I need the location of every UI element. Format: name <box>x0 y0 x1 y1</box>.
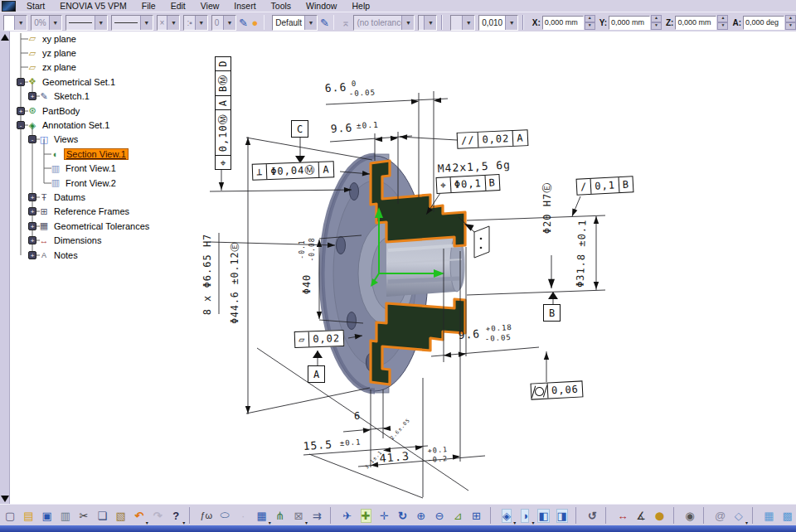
tree-item[interactable]: ▥ Front View.2 <box>0 176 199 190</box>
tree-expander[interactable] <box>40 179 48 187</box>
tree-item-label[interactable]: Sketch.1 <box>52 91 91 101</box>
toolbar-icon[interactable]: ⬭ <box>216 507 233 524</box>
coordinate-input[interactable]: 0,000 mm <box>609 16 650 30</box>
toolbar-icon[interactable]: ↷ <box>149 507 166 524</box>
tree-item[interactable]: ◐ Section View.1 <box>0 147 199 161</box>
chevron-down-icon[interactable]: ▼ <box>505 16 517 30</box>
tree-item-label[interactable]: Section View.1 <box>64 148 129 160</box>
toolbar-icon[interactable]: ◉ <box>682 507 698 524</box>
tree-item[interactable]: ▥ Front View.1 <box>0 162 199 176</box>
painter-icon[interactable]: ✎ <box>239 15 248 30</box>
tree-item-label[interactable]: Geometrical Tolerances <box>52 221 151 231</box>
toolbar-icon[interactable]: ⊠ ▾ <box>290 507 307 524</box>
tree-expander[interactable]: + <box>28 222 36 230</box>
toolbar-icon[interactable]: ⊞ <box>468 507 484 524</box>
toolbar-icon[interactable]: ↻ <box>394 507 410 524</box>
tree-item-label[interactable]: Annotation Set.1 <box>41 120 111 130</box>
tree-item-label[interactable]: PartBody <box>41 106 81 116</box>
tree-item-label[interactable]: yz plane <box>41 48 78 58</box>
toolbar-icon[interactable] <box>673 507 680 524</box>
unit-combo[interactable]: ▼ <box>450 15 475 31</box>
tree-item[interactable]: ▱ zx plane <box>0 60 199 75</box>
dim-9.6-top[interactable]: 9.6 <box>330 122 352 135</box>
clamp-icon[interactable]: ⌅ <box>341 15 350 30</box>
tree-item[interactable]: + ↔ Dimensions <box>0 233 199 247</box>
chevron-down-icon[interactable]: ▼ <box>462 16 474 30</box>
toolbar-icon[interactable]: ▣ <box>38 507 55 524</box>
tree-expander[interactable] <box>17 63 25 71</box>
dim-6[interactable]: 6 <box>354 410 361 422</box>
fcf-perpendicularity[interactable]: ⊥ Φ0,04Ⓜ A <box>252 161 334 180</box>
toolbar-icon[interactable]: ∡ <box>633 507 649 524</box>
style-combo[interactable]: Default▼ <box>272 15 318 31</box>
toolbar-icon[interactable]: ▦ ▾ <box>253 507 269 524</box>
toolbar-icon[interactable] <box>752 507 759 524</box>
toolbar-icon[interactable]: ✂ <box>75 507 92 524</box>
fcf-flatness[interactable]: ▱ 0,02 <box>294 330 345 348</box>
tree-item[interactable]: + ⊞ Reference Frames <box>0 205 199 219</box>
tree-expander[interactable] <box>17 49 25 57</box>
wizard-icon[interactable]: ● <box>250 15 260 30</box>
fcf-cylindricity[interactable]: 0,06 <box>531 380 584 399</box>
toolbar-icon[interactable]: ❏ <box>94 507 110 524</box>
thread-spec[interactable]: M42x1,5 6g <box>437 158 511 175</box>
chevron-down-icon[interactable]: ▼ <box>167 16 179 30</box>
toolbar-icon[interactable]: ? ▾ <box>167 507 184 524</box>
menu-item[interactable]: ENOVIA V5 VPM <box>52 1 134 11</box>
toolbar-icon[interactable]: ↔ <box>614 507 631 524</box>
chevron-down-icon[interactable]: ▼ <box>195 16 207 30</box>
chevron-down-icon[interactable]: ▼ <box>401 16 414 30</box>
tree-expander[interactable] <box>40 150 48 158</box>
tree-item[interactable]: + ⊛ PartBody <box>0 104 199 118</box>
fcf-parallelism[interactable]: ∕∕ 0,02 A <box>457 129 528 149</box>
chevron-down-icon[interactable]: ▼ <box>140 16 153 30</box>
toolbar-icon[interactable] <box>189 507 196 524</box>
toolbar-icon[interactable]: ◇ ▾ <box>730 507 747 524</box>
tree-item[interactable]: ▱ xy plane <box>0 31 199 46</box>
tree-expander[interactable]: + <box>28 207 36 215</box>
tree-expander[interactable]: + <box>28 236 36 244</box>
tree-item-label[interactable]: Dimensions <box>52 235 103 245</box>
toolbar-icon[interactable]: ▤ <box>20 507 36 524</box>
chevron-down-icon[interactable]: ▼ <box>95 16 107 30</box>
menu-item[interactable]: Window <box>298 1 344 11</box>
chevron-down-icon[interactable]: ▼ <box>14 16 27 30</box>
tree-expander[interactable] <box>40 164 48 172</box>
menu-item[interactable]: Edit <box>163 1 193 11</box>
dim-15.5[interactable]: 15.5 <box>303 438 332 452</box>
datum-a[interactable]: A <box>308 365 325 383</box>
menu-item[interactable]: Tools <box>264 1 299 11</box>
spinner[interactable]: ▲▼ <box>651 15 662 30</box>
toolbar-icon[interactable]: ▦ <box>760 507 777 524</box>
toolbar-icon[interactable] <box>330 507 337 524</box>
datum-c[interactable]: C <box>291 120 308 138</box>
dim-phi31.8[interactable]: Φ31.8 ±0.1 <box>575 220 589 288</box>
toolbar-icon[interactable]: · <box>235 507 251 524</box>
toolbar-icon[interactable]: ▥ <box>57 507 74 524</box>
toolbar-icon[interactable] <box>490 507 497 524</box>
color-combo[interactable]: ▼ <box>3 15 27 31</box>
toolbar-icon[interactable]: ✈ <box>339 507 356 524</box>
tree-item-label[interactable]: Datums <box>52 192 87 202</box>
tree-item[interactable]: - ❖ Geometrical Set.1 <box>0 75 199 89</box>
tree-expander[interactable]: - <box>28 135 36 143</box>
toolbar-icon[interactable]: ↺ <box>584 507 600 524</box>
style-painter-icon[interactable]: ✎ <box>320 15 329 30</box>
opacity-combo[interactable]: 0%▼ <box>31 15 61 31</box>
tolerance-combo[interactable]: (no tolerance)▼ <box>353 15 415 31</box>
datum-b[interactable]: B <box>543 304 561 322</box>
dim-phi44.6[interactable]: Φ44.6 ±0.12Ⓔ <box>229 241 240 324</box>
toolbar-icon[interactable]: ▧ <box>112 507 129 524</box>
tree-item[interactable]: - ◈ Annotation Set.1 <box>0 118 199 132</box>
chevron-down-icon[interactable]: ▼ <box>424 16 436 30</box>
tolerance-value-combo[interactable]: ▼ <box>418 15 437 31</box>
fcf-position-left[interactable]: ⌖ 0,10Ⓜ A BⓂ D <box>215 56 231 170</box>
tree-expander[interactable]: + <box>28 193 36 201</box>
fcf-runout[interactable]: ∕ 0,1 B <box>576 176 634 196</box>
tree-item[interactable]: + A Notes <box>0 248 199 262</box>
tree-item-label[interactable]: Views <box>52 134 80 144</box>
menu-item[interactable]: Insert <box>226 1 263 11</box>
tree-expander[interactable]: + <box>28 251 36 259</box>
chevron-down-icon[interactable]: ▼ <box>223 16 235 30</box>
toolbar-icon[interactable]: ✚ <box>357 507 374 524</box>
